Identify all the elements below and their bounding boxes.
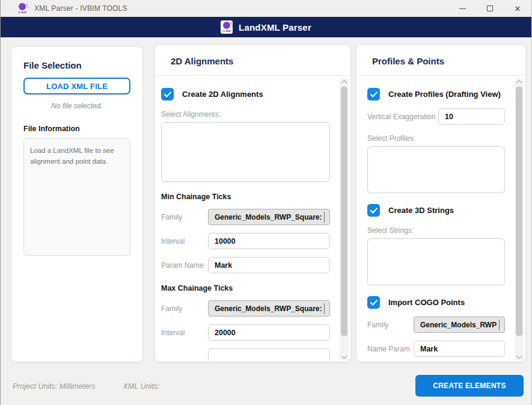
- vertical-exaggeration-input[interactable]: [438, 108, 505, 125]
- min-interval-input[interactable]: [208, 233, 330, 249]
- scroll-up-icon[interactable]: [515, 78, 524, 86]
- create-2d-alignments-label: Create 2D Alignments: [182, 90, 263, 99]
- checkmark-icon: [370, 91, 378, 97]
- header-logo-icon: IV BIM: [221, 20, 233, 34]
- name-param-label: Name Param: [367, 345, 414, 353]
- checkmark-icon: [370, 208, 378, 214]
- scroll-up-icon[interactable]: [340, 78, 349, 86]
- max-interval-label: Interval: [161, 329, 208, 337]
- strings-listbox[interactable]: [367, 238, 505, 285]
- min-family-dropdown[interactable]: Generic_Models_RWP_Square:1(: [208, 209, 330, 225]
- create-profiles-checkbox[interactable]: [367, 88, 380, 100]
- app-window: IV BIM XML Parser - IVBIM TOOLS ✕ IV BIM…: [0, 0, 532, 405]
- profiles-scrollbar[interactable]: [515, 78, 524, 360]
- minimize-icon: [459, 8, 466, 9]
- min-param-name-input[interactable]: [208, 257, 330, 273]
- max-interval-input[interactable]: [208, 324, 330, 341]
- profiles-panel: Profiles & Points Create Profiles (Draft…: [356, 45, 525, 362]
- create-3d-strings-checkbox[interactable]: [367, 204, 380, 217]
- select-alignments-label: Select Alignments:: [161, 110, 330, 119]
- profiles-scroll-area: Create Profiles (Drafting View) Vertical…: [356, 77, 525, 360]
- vertical-exaggeration-label: Vertical Exaggeration: [367, 113, 438, 121]
- scroll-down-icon[interactable]: [340, 352, 349, 360]
- minimize-button[interactable]: [448, 0, 476, 17]
- xml-units-text: XML Units:: [123, 382, 160, 391]
- chevron-down-icon: [499, 320, 500, 330]
- close-button[interactable]: ✕: [504, 0, 531, 17]
- checkmark-icon: [164, 91, 171, 97]
- cogo-family-label: Family: [367, 321, 414, 329]
- min-interval-label: Interval: [161, 237, 208, 246]
- checkmark-icon: [370, 300, 378, 306]
- scroll-down-icon[interactable]: [515, 352, 524, 360]
- alignments-panel: 2D Alignments Create 2D Alignments Selec…: [155, 45, 350, 362]
- file-information-box: Load a LandXML file to see alignment and…: [23, 138, 130, 256]
- app-header: IV BIM LandXML Parser: [1, 17, 531, 37]
- alignments-title: 2D Alignments: [171, 56, 233, 66]
- maximize-button[interactable]: [476, 0, 504, 17]
- alignments-scroll-area: Create 2D Alignments Select Alignments: …: [155, 77, 350, 360]
- chevron-down-icon: [324, 303, 325, 314]
- min-chainage-heading: Min Chainage Ticks: [161, 193, 330, 201]
- footer: Project Units: Millimeters XML Units: CR…: [1, 365, 531, 405]
- profiles-title: Profiles & Points: [372, 56, 444, 66]
- create-elements-button[interactable]: CREATE ELEMENTS: [415, 375, 524, 397]
- window-title: XML Parser - IVBIM TOOLS: [34, 4, 127, 13]
- select-profiles-label: Select Profiles:: [367, 134, 505, 143]
- min-family-label: Family: [161, 213, 208, 221]
- app-title: LandXML Parser: [239, 22, 311, 32]
- alignments-scrollbar[interactable]: [340, 78, 349, 360]
- max-param-name-input[interactable]: [208, 348, 330, 360]
- create-profiles-label: Create Profiles (Drafting View): [388, 90, 501, 99]
- name-param-input[interactable]: [414, 341, 505, 357]
- load-xml-file-button[interactable]: LOAD XML FILE: [23, 78, 130, 94]
- import-cogo-points-checkbox[interactable]: [367, 296, 380, 309]
- app-logo-icon: IV BIM: [16, 3, 28, 14]
- file-information-label: File Information: [23, 125, 130, 133]
- file-selection-panel: File Selection LOAD XML FILE No file sel…: [11, 47, 142, 362]
- create-2d-alignments-checkbox[interactable]: [161, 88, 174, 100]
- max-chainage-heading: Max Chainage Ticks: [161, 284, 330, 292]
- profiles-listbox[interactable]: [367, 146, 505, 193]
- window-controls: ✕: [448, 0, 531, 17]
- scrollbar-thumb[interactable]: [341, 87, 347, 336]
- scrollbar-thumb[interactable]: [516, 87, 522, 336]
- max-family-label: Family: [161, 305, 208, 313]
- project-units-text: Project Units: Millimeters: [13, 382, 96, 391]
- maximize-icon: [487, 5, 493, 11]
- alignments-listbox[interactable]: [161, 122, 330, 182]
- select-strings-label: Select Strings:: [367, 226, 505, 235]
- min-param-name-label: Param Name: [161, 261, 208, 270]
- chevron-down-icon: [324, 212, 325, 223]
- close-icon: ✕: [515, 5, 521, 13]
- no-file-text: No file selected.: [23, 102, 130, 110]
- titlebar: IV BIM XML Parser - IVBIM TOOLS ✕: [1, 0, 531, 17]
- file-selection-title: File Selection: [23, 60, 130, 70]
- import-cogo-points-label: Import COGO Points: [388, 298, 465, 307]
- create-3d-strings-label: Create 3D Strings: [388, 206, 454, 215]
- cogo-family-dropdown[interactable]: Generic_Models_RWP_: [414, 317, 505, 333]
- max-family-dropdown[interactable]: Generic_Models_RWP_Square:1(: [208, 300, 330, 317]
